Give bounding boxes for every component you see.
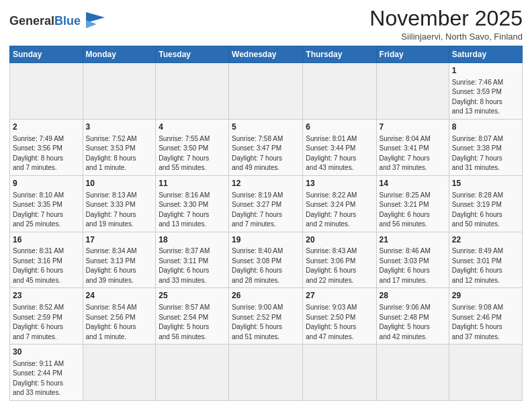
day-number: 13 bbox=[306, 178, 373, 189]
day-number: 19 bbox=[232, 234, 300, 246]
day-number: 2 bbox=[13, 122, 80, 133]
calendar-cell bbox=[156, 63, 229, 120]
calendar-cell: 23Sunrise: 8:52 AM Sunset: 2:59 PM Dayli… bbox=[10, 288, 83, 345]
day-number: 12 bbox=[232, 178, 300, 189]
location: Siilinjaervi, North Savo, Finland bbox=[369, 32, 523, 42]
day-number: 22 bbox=[452, 234, 519, 246]
calendar-cell bbox=[303, 345, 376, 401]
calendar-cell bbox=[376, 63, 449, 120]
calendar-cell: 17Sunrise: 8:34 AM Sunset: 3:13 PM Dayli… bbox=[83, 232, 156, 288]
month-title: November 2025 bbox=[369, 7, 523, 30]
calendar-cell: 6Sunrise: 8:01 AM Sunset: 3:44 PM Daylig… bbox=[303, 119, 376, 175]
sun-info: Sunrise: 8:34 AM Sunset: 3:13 PM Dayligh… bbox=[86, 246, 153, 285]
calendar-cell: 14Sunrise: 8:25 AM Sunset: 3:21 PM Dayli… bbox=[376, 175, 449, 232]
day-number: 24 bbox=[86, 290, 153, 302]
calendar-cell: 9Sunrise: 8:10 AM Sunset: 3:35 PM Daylig… bbox=[10, 175, 83, 232]
calendar-cell: 21Sunrise: 8:46 AM Sunset: 3:03 PM Dayli… bbox=[376, 232, 449, 288]
sun-info: Sunrise: 9:06 AM Sunset: 2:48 PM Dayligh… bbox=[380, 303, 446, 342]
day-number: 28 bbox=[380, 290, 446, 302]
calendar-cell: 16Sunrise: 8:31 AM Sunset: 3:16 PM Dayli… bbox=[10, 232, 83, 288]
logo-icon bbox=[83, 11, 107, 31]
calendar-cell bbox=[156, 345, 229, 401]
sun-info: Sunrise: 8:37 AM Sunset: 3:11 PM Dayligh… bbox=[159, 246, 226, 285]
calendar-cell: 26Sunrise: 9:00 AM Sunset: 2:52 PM Dayli… bbox=[229, 288, 303, 345]
day-number: 15 bbox=[452, 178, 519, 189]
calendar-cell: 4Sunrise: 7:55 AM Sunset: 3:50 PM Daylig… bbox=[156, 119, 229, 175]
day-number: 3 bbox=[86, 122, 153, 133]
calendar-week-row: 16Sunrise: 8:31 AM Sunset: 3:16 PM Dayli… bbox=[10, 232, 523, 288]
calendar-cell bbox=[10, 63, 83, 120]
sun-info: Sunrise: 9:08 AM Sunset: 2:46 PM Dayligh… bbox=[452, 303, 519, 342]
day-number: 5 bbox=[232, 122, 300, 133]
sun-info: Sunrise: 7:55 AM Sunset: 3:50 PM Dayligh… bbox=[159, 134, 226, 173]
day-number: 7 bbox=[380, 122, 446, 133]
day-number: 1 bbox=[452, 65, 519, 77]
sun-info: Sunrise: 8:07 AM Sunset: 3:38 PM Dayligh… bbox=[452, 134, 519, 173]
sun-info: Sunrise: 8:22 AM Sunset: 3:24 PM Dayligh… bbox=[306, 191, 373, 230]
sun-info: Sunrise: 8:31 AM Sunset: 3:16 PM Dayligh… bbox=[13, 246, 80, 285]
sun-info: Sunrise: 8:43 AM Sunset: 3:06 PM Dayligh… bbox=[306, 246, 373, 285]
sun-info: Sunrise: 8:25 AM Sunset: 3:21 PM Dayligh… bbox=[380, 191, 446, 230]
sun-info: Sunrise: 7:49 AM Sunset: 3:56 PM Dayligh… bbox=[13, 134, 80, 173]
col-header-thursday: Thursday bbox=[303, 46, 376, 63]
calendar-cell bbox=[303, 63, 376, 120]
day-number: 16 bbox=[13, 234, 80, 246]
sun-info: Sunrise: 8:13 AM Sunset: 3:33 PM Dayligh… bbox=[86, 191, 153, 230]
sun-info: Sunrise: 8:40 AM Sunset: 3:08 PM Dayligh… bbox=[232, 246, 300, 285]
calendar-cell bbox=[376, 345, 449, 401]
calendar: Sunday Monday Tuesday Wednesday Thursday… bbox=[9, 46, 523, 401]
day-number: 20 bbox=[306, 234, 373, 246]
calendar-cell: 28Sunrise: 9:06 AM Sunset: 2:48 PM Dayli… bbox=[376, 288, 449, 345]
sun-info: Sunrise: 8:54 AM Sunset: 2:56 PM Dayligh… bbox=[86, 303, 153, 342]
col-header-sunday: Sunday bbox=[10, 46, 83, 63]
svg-marker-1 bbox=[86, 20, 97, 28]
calendar-cell bbox=[83, 345, 156, 401]
day-number: 25 bbox=[159, 290, 226, 302]
calendar-week-row: 30Sunrise: 9:11 AM Sunset: 2:44 PM Dayli… bbox=[10, 345, 523, 401]
calendar-week-row: 23Sunrise: 8:52 AM Sunset: 2:59 PM Dayli… bbox=[10, 288, 523, 345]
col-header-tuesday: Tuesday bbox=[156, 46, 229, 63]
calendar-cell: 24Sunrise: 8:54 AM Sunset: 2:56 PM Dayli… bbox=[83, 288, 156, 345]
calendar-cell: 20Sunrise: 8:43 AM Sunset: 3:06 PM Dayli… bbox=[303, 232, 376, 288]
col-header-wednesday: Wednesday bbox=[229, 46, 303, 63]
day-number: 26 bbox=[232, 290, 300, 302]
sun-info: Sunrise: 8:19 AM Sunset: 3:27 PM Dayligh… bbox=[232, 191, 300, 230]
day-number: 23 bbox=[13, 290, 80, 302]
sun-info: Sunrise: 8:16 AM Sunset: 3:30 PM Dayligh… bbox=[159, 191, 226, 230]
sun-info: Sunrise: 9:00 AM Sunset: 2:52 PM Dayligh… bbox=[232, 303, 300, 342]
calendar-cell: 1Sunrise: 7:46 AM Sunset: 3:59 PM Daylig… bbox=[449, 63, 522, 120]
day-number: 29 bbox=[452, 290, 519, 302]
calendar-cell: 11Sunrise: 8:16 AM Sunset: 3:30 PM Dayli… bbox=[156, 175, 229, 232]
calendar-cell: 8Sunrise: 8:07 AM Sunset: 3:38 PM Daylig… bbox=[449, 119, 522, 175]
calendar-cell: 2Sunrise: 7:49 AM Sunset: 3:56 PM Daylig… bbox=[10, 119, 83, 175]
calendar-cell: 3Sunrise: 7:52 AM Sunset: 3:53 PM Daylig… bbox=[83, 119, 156, 175]
calendar-cell: 18Sunrise: 8:37 AM Sunset: 3:11 PM Dayli… bbox=[156, 232, 229, 288]
sun-info: Sunrise: 8:52 AM Sunset: 2:59 PM Dayligh… bbox=[13, 303, 80, 342]
calendar-cell bbox=[83, 63, 156, 120]
col-header-monday: Monday bbox=[83, 46, 156, 63]
day-number: 8 bbox=[452, 122, 519, 133]
calendar-cell: 29Sunrise: 9:08 AM Sunset: 2:46 PM Dayli… bbox=[449, 288, 522, 345]
day-number: 11 bbox=[159, 178, 226, 189]
col-header-saturday: Saturday bbox=[449, 46, 522, 63]
title-block: November 2025 Siilinjaervi, North Savo, … bbox=[369, 7, 523, 42]
sun-info: Sunrise: 8:04 AM Sunset: 3:41 PM Dayligh… bbox=[380, 134, 446, 173]
sun-info: Sunrise: 8:10 AM Sunset: 3:35 PM Dayligh… bbox=[13, 191, 80, 230]
calendar-week-row: 1Sunrise: 7:46 AM Sunset: 3:59 PM Daylig… bbox=[10, 63, 523, 120]
calendar-cell: 5Sunrise: 7:58 AM Sunset: 3:47 PM Daylig… bbox=[229, 119, 303, 175]
calendar-cell: 12Sunrise: 8:19 AM Sunset: 3:27 PM Dayli… bbox=[229, 175, 303, 232]
day-number: 30 bbox=[13, 347, 80, 358]
calendar-cell: 22Sunrise: 8:49 AM Sunset: 3:01 PM Dayli… bbox=[449, 232, 522, 288]
calendar-cell bbox=[449, 345, 522, 401]
calendar-cell bbox=[229, 345, 303, 401]
calendar-cell: 10Sunrise: 8:13 AM Sunset: 3:33 PM Dayli… bbox=[83, 175, 156, 232]
sun-info: Sunrise: 8:57 AM Sunset: 2:54 PM Dayligh… bbox=[159, 303, 226, 342]
calendar-week-row: 2Sunrise: 7:49 AM Sunset: 3:56 PM Daylig… bbox=[10, 119, 523, 175]
calendar-week-row: 9Sunrise: 8:10 AM Sunset: 3:35 PM Daylig… bbox=[10, 175, 523, 232]
day-number: 4 bbox=[159, 122, 226, 133]
calendar-cell: 15Sunrise: 8:28 AM Sunset: 3:19 PM Dayli… bbox=[449, 175, 522, 232]
sun-info: Sunrise: 7:46 AM Sunset: 3:59 PM Dayligh… bbox=[452, 78, 519, 117]
sun-info: Sunrise: 9:03 AM Sunset: 2:50 PM Dayligh… bbox=[306, 303, 373, 342]
calendar-cell: 27Sunrise: 9:03 AM Sunset: 2:50 PM Dayli… bbox=[303, 288, 376, 345]
day-number: 27 bbox=[306, 290, 373, 302]
